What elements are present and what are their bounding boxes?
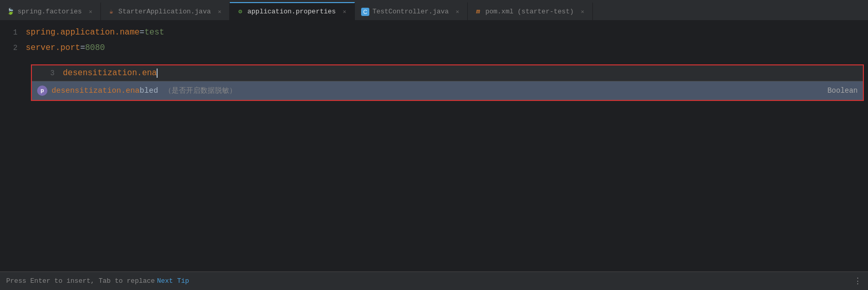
java-icon: ☕ bbox=[107, 8, 115, 16]
line-1-content: spring.application.name=test bbox=[26, 25, 164, 40]
editor-content: 1 spring.application.name=test 2 server.… bbox=[0, 21, 868, 290]
line2-key: server.port bbox=[26, 43, 80, 53]
line-2-content: server.port=8080 bbox=[26, 40, 105, 56]
ac-item-icon: p bbox=[37, 86, 47, 96]
tab-close-controller[interactable]: ✕ bbox=[454, 8, 461, 15]
tab-spring-factories[interactable]: 🍃 spring.factories ✕ bbox=[0, 2, 101, 20]
ac-type: Boolean bbox=[827, 87, 858, 95]
line1-value: test bbox=[144, 28, 164, 37]
maven-icon: m bbox=[474, 8, 482, 16]
line3-typed: desensitization.ena bbox=[63, 69, 157, 78]
autocomplete-dropdown: p desensitization.enabled （是否开启数据脱敏） Boo… bbox=[32, 81, 863, 100]
tab-close-props[interactable]: ✕ bbox=[341, 8, 348, 15]
tab-test-controller[interactable]: C TestController.java ✕ bbox=[355, 2, 468, 20]
line-2: 2 server.port=8080 bbox=[0, 40, 868, 56]
line2-equal: = bbox=[80, 43, 86, 53]
tab-close-starter[interactable]: ✕ bbox=[216, 8, 223, 15]
next-tip-button[interactable]: Next Tip bbox=[157, 277, 189, 285]
app-window: 🍃 spring.factories ✕ ☕ StarterApplicatio… bbox=[0, 0, 868, 290]
line-1: 1 spring.application.name=test bbox=[0, 25, 868, 40]
line1-equal: = bbox=[140, 28, 145, 37]
more-icon[interactable]: ⋮ bbox=[854, 276, 862, 286]
ac-name-rest: bled bbox=[140, 87, 158, 95]
spring-icon: 🍃 bbox=[6, 8, 14, 16]
ac-description: （是否开启数据脱敏） bbox=[164, 86, 236, 95]
autocomplete-input-line: 3 desensitization.ena bbox=[32, 65, 863, 81]
tab-close-pom[interactable]: ✕ bbox=[579, 8, 586, 15]
tab-label: pom.xml (starter-test) bbox=[485, 8, 574, 15]
autocomplete-item-0[interactable]: p desensitization.enabled （是否开启数据脱敏） Boo… bbox=[32, 81, 863, 100]
text-cursor bbox=[157, 69, 158, 78]
tab-close-spring[interactable]: ✕ bbox=[87, 8, 94, 15]
line-number-3: 3 bbox=[37, 69, 63, 77]
tab-label: StarterApplication.java bbox=[118, 8, 211, 15]
line-number-2: 2 bbox=[0, 44, 26, 52]
tab-app-properties[interactable]: ⚙ application.properties ✕ bbox=[230, 2, 355, 20]
hint-text: Press Enter to insert, Tab to replace bbox=[6, 277, 155, 285]
editor[interactable]: 1 spring.application.name=test 2 server.… bbox=[0, 21, 868, 290]
tab-label: application.properties bbox=[247, 8, 336, 15]
tab-label: TestController.java bbox=[372, 8, 449, 15]
props-icon: ⚙ bbox=[236, 8, 244, 16]
tab-pom-xml[interactable]: m pom.xml (starter-test) ✕ bbox=[468, 2, 593, 20]
autocomplete-wrapper: 3 desensitization.ena p desensitization.… bbox=[31, 64, 864, 101]
tab-bar: 🍃 spring.factories ✕ ☕ StarterApplicatio… bbox=[0, 0, 868, 21]
line1-key: spring.application.name bbox=[26, 28, 140, 37]
controller-icon: C bbox=[361, 8, 369, 16]
bottom-bar: Press Enter to insert, Tab to replace Ne… bbox=[0, 271, 868, 290]
ac-name-match: desensitization.ena bbox=[52, 87, 140, 95]
line2-value: 8080 bbox=[85, 43, 105, 53]
tab-starter-app[interactable]: ☕ StarterApplication.java ✕ bbox=[101, 2, 230, 20]
line-number-1: 1 bbox=[0, 28, 26, 37]
tab-label: spring.factories bbox=[18, 8, 82, 15]
